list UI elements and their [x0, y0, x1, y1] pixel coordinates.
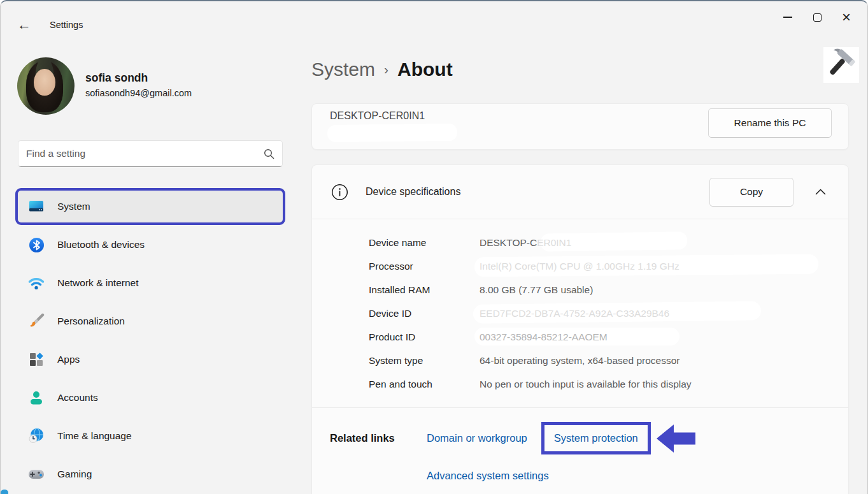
- search-input[interactable]: [26, 148, 264, 159]
- sidebar-item-system[interactable]: System: [18, 191, 283, 222]
- system-protection-link[interactable]: System protection: [554, 432, 638, 444]
- device-specifications-card: Device specifications Copy Device name D…: [311, 164, 849, 494]
- sidebar-item-label: System: [57, 201, 90, 212]
- copy-button[interactable]: Copy: [709, 178, 793, 207]
- spec-row-system-type: System type 64-bit operating system, x64…: [369, 349, 848, 372]
- account-email: sofiasondh94@gmail.com: [85, 88, 192, 98]
- app-title: Settings: [50, 20, 83, 30]
- gamepad-icon: [28, 466, 45, 483]
- sidebar-item-label: Time & language: [57, 430, 132, 442]
- device-name-heading: DESKTOP-CER0IN1: [330, 110, 425, 122]
- related-links-label: Related links: [330, 432, 427, 444]
- device-name-card: DESKTOP-CER0IN1 Rename this PC: [311, 103, 849, 150]
- search-box: [18, 140, 283, 167]
- search-icon: [264, 149, 274, 159]
- device-specifications-header[interactable]: Device specifications Copy: [312, 165, 848, 219]
- device-specifications-title: Device specifications: [366, 186, 460, 198]
- annotation-arrow-icon: [656, 423, 697, 454]
- paintbrush-icon: [28, 313, 45, 330]
- sidebar-item-bluetooth-devices[interactable]: Bluetooth & devices: [18, 229, 283, 261]
- sidebar-item-label: Bluetooth & devices: [57, 239, 145, 251]
- collapse-chevron-button[interactable]: [808, 179, 833, 205]
- sidebar-item-personalization[interactable]: Personalization: [18, 305, 283, 337]
- sidebar-nav: System Bluetooth & devices Network & int…: [18, 191, 283, 494]
- breadcrumb-separator: ›: [384, 62, 388, 76]
- close-icon: ×: [842, 11, 851, 24]
- breadcrumb-parent[interactable]: System: [311, 59, 375, 80]
- related-links-section: Related links Domain or workgroup System…: [312, 408, 848, 482]
- annotation-highlight-box: System protection: [541, 422, 651, 454]
- sidebar-item-label: Gaming: [57, 469, 92, 480]
- redaction-blob: [327, 124, 457, 142]
- partial-next-icon: [1, 490, 8, 494]
- avatar: [17, 57, 75, 115]
- sidebar-item-label: Network & internet: [57, 277, 139, 289]
- titlebar: ← Settings ×: [1, 1, 867, 37]
- close-button[interactable]: ×: [832, 5, 861, 29]
- apps-icon: [28, 351, 45, 368]
- account-name: sofia sondh: [85, 71, 148, 85]
- sidebar-item-label: Apps: [57, 354, 80, 365]
- advanced-system-settings-link[interactable]: Advanced system settings: [427, 470, 549, 481]
- chevron-up-icon: [815, 189, 826, 195]
- info-icon: [331, 184, 348, 201]
- spec-row-device-name: Device name DESKTOP-CER0IN1: [369, 231, 848, 254]
- spec-row-pen-touch: Pen and touch No pen or touch input is a…: [369, 372, 848, 396]
- sidebar-item-network-internet[interactable]: Network & internet: [18, 267, 283, 299]
- system-icon: [28, 198, 45, 215]
- spec-row-device-id: Device ID EED7FCD2-DB7A-4752-A92A-C33A29…: [369, 301, 848, 325]
- spec-row-processor: Processor Intel(R) Core(TM) CPU @ 1.00GH…: [369, 254, 848, 278]
- sidebar-item-gaming[interactable]: Gaming: [18, 458, 283, 490]
- avatar-face: [34, 69, 55, 96]
- sidebar-item-label: Accounts: [57, 392, 98, 403]
- rename-pc-button[interactable]: Rename this PC: [708, 108, 832, 138]
- hammer-cursor-icon: [823, 47, 859, 83]
- page-title: About: [397, 59, 453, 80]
- back-button[interactable]: ←: [15, 17, 34, 34]
- spec-row-installed-ram: Installed RAM 8.00 GB (7.77 GB usable): [369, 278, 848, 301]
- bluetooth-icon: [28, 236, 45, 253]
- breadcrumb: System›About: [311, 59, 453, 80]
- sidebar-item-time-language[interactable]: Time & language: [18, 420, 283, 452]
- sidebar-item-apps[interactable]: Apps: [18, 344, 283, 375]
- maximize-button[interactable]: [802, 5, 832, 29]
- spec-table: Device name DESKTOP-CER0IN1 Processor In…: [312, 219, 848, 407]
- settings-window: { "window": { "title": "Settings", "back…: [0, 0, 868, 494]
- sidebar-item-label: Personalization: [57, 316, 125, 327]
- wifi-icon: [28, 275, 45, 291]
- window-controls: ×: [773, 5, 861, 29]
- sidebar-item-accounts[interactable]: Accounts: [18, 382, 283, 414]
- minimize-icon: [783, 17, 792, 18]
- domain-workgroup-link[interactable]: Domain or workgroup: [427, 432, 527, 444]
- maximize-icon: [813, 13, 822, 22]
- globe-clock-icon: [28, 428, 45, 444]
- person-icon: [28, 389, 45, 406]
- spec-row-product-id: Product ID 00327-35894-85212-AAOEM: [369, 325, 848, 349]
- minimize-button[interactable]: [773, 5, 802, 29]
